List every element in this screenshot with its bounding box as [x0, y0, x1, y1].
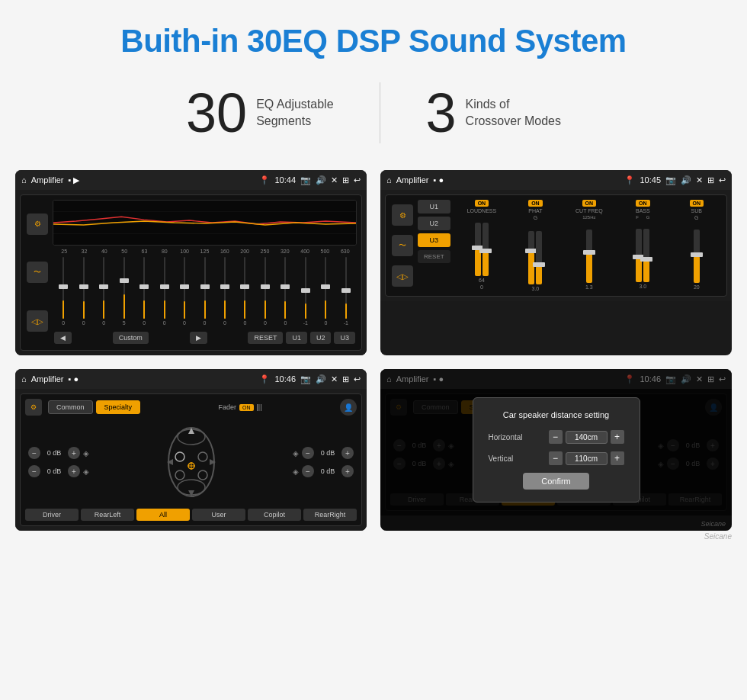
slider-sub[interactable]: [694, 222, 700, 283]
eq-slider[interactable]: 0: [256, 257, 274, 326]
x-icon-crossover: ✕: [696, 175, 703, 185]
vertical-input-group: − 110cm +: [549, 451, 624, 465]
eq-slider[interactable]: 0: [236, 257, 254, 326]
rearleft-btn[interactable]: RearLeft: [81, 509, 134, 521]
prev-btn[interactable]: ◀: [54, 332, 72, 344]
home-icon[interactable]: ⌂: [21, 175, 27, 185]
eq-slider[interactable]: -1: [297, 257, 315, 326]
freq-label: 320: [275, 249, 295, 254]
status-bar-speaker: ⌂ Amplifier ▪ ● 📍 10:46 📷 🔊 ✕ ⊞ ↩: [15, 369, 367, 389]
freq-label: 500: [315, 249, 335, 254]
rl-plus-btn[interactable]: +: [68, 465, 80, 477]
status-left-crossover: ⌂ Amplifier ▪ ●: [386, 175, 444, 185]
reset-btn-eq[interactable]: RESET: [248, 332, 283, 344]
all-btn[interactable]: All: [136, 509, 190, 521]
home-icon-speaker[interactable]: ⌂: [21, 374, 27, 384]
user-btn[interactable]: User: [192, 509, 245, 521]
preset-buttons-crossover: U1 U2 U3 RESET: [418, 200, 450, 291]
features-row: 30 EQ Adjustable Segments 3 Kinds of Cro…: [15, 82, 732, 143]
screen-eq: ⌂ Amplifier ▪ ▶ 📍 10:44 📷 🔊 ✕ ⊞ ↩ ⚙ 〜 ◁: [15, 170, 367, 355]
eq-slider[interactable]: 0: [155, 257, 173, 326]
vertical-row: Vertical − 110cm +: [489, 451, 624, 465]
fr-plus-btn[interactable]: +: [341, 447, 354, 459]
modal-title: Car speaker distance setting: [489, 410, 624, 419]
eq-slider[interactable]: 0: [195, 257, 213, 326]
custom-btn[interactable]: Custom: [113, 332, 149, 344]
fr-minus-btn[interactable]: −: [302, 447, 314, 459]
rr-plus-btn[interactable]: +: [341, 465, 354, 477]
back-icon-crossover[interactable]: ↩: [719, 175, 726, 185]
status-left-speaker: ⌂ Amplifier ▪ ●: [21, 374, 79, 384]
eq-slider[interactable]: 0: [135, 257, 153, 326]
tab-specialty[interactable]: Specialty: [96, 400, 141, 414]
crossover-tune-btn[interactable]: ⚙: [392, 204, 413, 226]
freq-label: 200: [235, 249, 255, 254]
tab-common[interactable]: Common: [48, 400, 93, 414]
label-sub: SUB: [691, 208, 702, 214]
confirm-button[interactable]: Confirm: [523, 473, 589, 490]
speaker-icon-crossover: 🔊: [681, 175, 691, 185]
rr-minus-btn[interactable]: −: [302, 465, 314, 477]
eq-tune-btn[interactable]: ⚙: [27, 214, 48, 235]
fr-speaker-icon: ◈: [293, 449, 299, 458]
eq-slider[interactable]: 0: [74, 257, 92, 326]
channel-cutfreq: ON CUT FREQ 125Hz 1.3: [564, 200, 614, 291]
crossover-wave-btn[interactable]: 〜: [392, 235, 413, 256]
eq-slider[interactable]: 0: [54, 257, 72, 326]
eq-slider[interactable]: 0: [95, 257, 113, 326]
horizontal-plus-btn[interactable]: +: [611, 430, 624, 444]
horizontal-label: Horizontal: [489, 433, 534, 442]
driver-btn[interactable]: Driver: [25, 509, 79, 521]
eq-vol-btn[interactable]: ◁▷: [27, 310, 48, 332]
vertical-minus-btn[interactable]: −: [549, 451, 563, 465]
rl-minus-btn[interactable]: −: [28, 465, 40, 477]
eq-slider[interactable]: -1: [337, 257, 355, 326]
crossover-vol-btn[interactable]: ◁▷: [392, 265, 413, 287]
eq-wave-btn[interactable]: 〜: [27, 262, 48, 283]
rearright-btn[interactable]: RearRight: [303, 509, 357, 521]
u2-preset[interactable]: U2: [418, 217, 450, 230]
eq-main: 25 32 40 50 63 80 100 125 160 200 250 32…: [53, 200, 357, 345]
eq-slider[interactable]: 0: [216, 257, 234, 326]
back-icon-eq[interactable]: ↩: [354, 175, 361, 185]
u1-btn-eq[interactable]: U1: [286, 332, 307, 344]
channel-bass: ON BASS FG 3.0: [617, 200, 668, 291]
reset-crossover[interactable]: RESET: [418, 250, 450, 263]
on-badge-loudness: ON: [475, 200, 489, 207]
slider-phat[interactable]: [528, 223, 542, 284]
u3-preset[interactable]: U3: [418, 233, 450, 247]
eq-slider[interactable]: 0: [175, 257, 194, 326]
crossover-body: ⚙ 〜 ◁▷ U1 U2 U3 RESET ON LOUDNESS: [385, 194, 727, 297]
app-label-eq: Amplifier: [31, 175, 64, 185]
vertical-plus-btn[interactable]: +: [611, 451, 624, 465]
svg-marker-15: [188, 490, 194, 496]
u3-btn-eq[interactable]: U3: [334, 332, 355, 344]
feature-eq: 30 EQ Adjustable Segments: [140, 85, 380, 140]
eq-slider[interactable]: 0: [276, 257, 294, 326]
camera-icon-eq: 📷: [300, 175, 311, 185]
fr-vol-val: 0 dB: [317, 449, 338, 457]
freq-label: 100: [175, 249, 194, 254]
page-title: Buith-in 30EQ DSP Sound System: [120, 23, 626, 59]
next-btn[interactable]: ▶: [190, 332, 207, 344]
speaker-tune-btn[interactable]: ⚙: [25, 399, 42, 416]
u2-btn-eq[interactable]: U2: [310, 332, 332, 344]
slider-cutfreq[interactable]: [586, 222, 592, 283]
slider-loudness[interactable]: [475, 215, 489, 276]
horizontal-row: Horizontal − 140cm +: [489, 430, 624, 444]
speaker-user-icon[interactable]: 👤: [340, 399, 357, 416]
copilot-btn[interactable]: Copilot: [248, 509, 301, 521]
fl-plus-btn[interactable]: +: [68, 447, 80, 459]
eq-slider[interactable]: 5: [114, 257, 133, 326]
eq-bottom-bar: ◀ Custom ▶ RESET U1 U2 U3: [53, 329, 357, 345]
slider-bass[interactable]: [636, 221, 649, 282]
horizontal-minus-btn[interactable]: −: [549, 430, 563, 444]
app-label-crossover: Amplifier: [396, 175, 429, 185]
fl-minus-btn[interactable]: −: [28, 447, 40, 459]
back-icon-speaker[interactable]: ↩: [354, 374, 361, 384]
screen-crossover: ⌂ Amplifier ▪ ● 📍 10:45 📷 🔊 ✕ ⊞ ↩ ⚙ 〜 ◁: [380, 170, 732, 355]
home-icon-crossover[interactable]: ⌂: [386, 175, 392, 185]
eq-slider[interactable]: 0: [316, 257, 335, 326]
feature-crossover: 3 Kinds of Crossover Modes: [380, 85, 607, 140]
u1-preset[interactable]: U1: [418, 200, 450, 214]
